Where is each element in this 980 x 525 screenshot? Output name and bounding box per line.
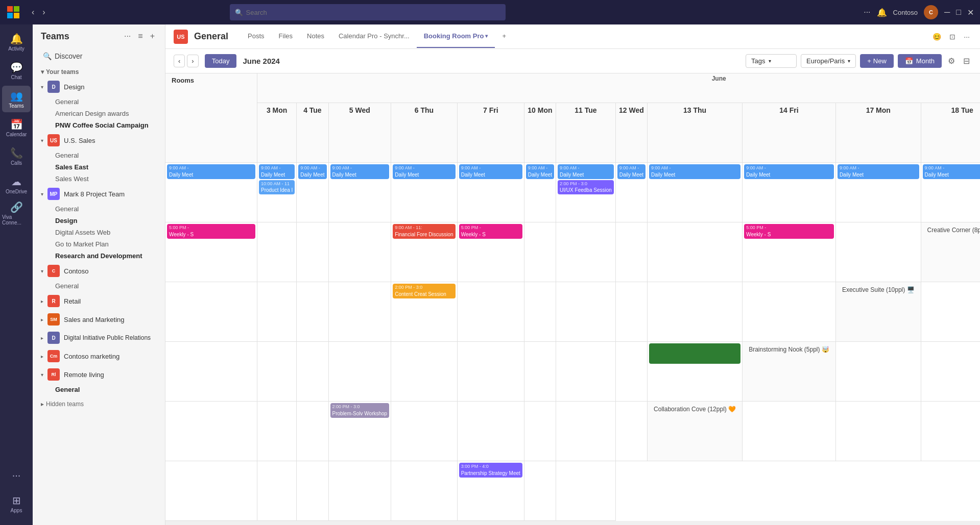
rail-item-teams[interactable]: 👥 Teams (2, 86, 31, 112)
team-item-us-sales[interactable]: ▾ US U.S. Sales (33, 131, 165, 149)
sidebar-title: Teams (41, 31, 69, 42)
channel-design-general[interactable]: General (33, 96, 165, 108)
rail-item-onedrive[interactable]: ☁ OneDrive (2, 171, 31, 198)
tab-notes[interactable]: Notes (300, 25, 331, 48)
team-item-digital[interactable]: ▸ D Digital Initiative Public Relations (33, 329, 165, 347)
event-weekly-s-18[interactable]: 5:00 PM - Weekly - S (744, 224, 834, 239)
rail-bottom: ··· ⊞ Apps (2, 462, 31, 521)
rail-item-viva[interactable]: 🔗 Viva Conne... (2, 200, 31, 227)
tab-calendar-pro[interactable]: Calendar Pro - Synchr... (331, 25, 417, 48)
team-item-design[interactable]: ▾ D Design (33, 78, 165, 96)
event-daily-meet-18[interactable]: 9:00 AM - Daily Meet (838, 164, 919, 179)
channel-remote-general[interactable]: General (33, 384, 165, 395)
window-maximize-icon[interactable]: □ (956, 8, 961, 17)
tab-add[interactable]: + (495, 25, 513, 48)
rail-item-calendar[interactable]: 📅 Calendar (2, 114, 31, 141)
new-btn[interactable]: + New (860, 54, 894, 68)
col-header-7: 7 Fri (458, 103, 524, 163)
event-daily-meet-5[interactable]: 9:00 AM - Daily Meet (298, 164, 326, 179)
event-daily-meet-6[interactable]: 9:00 AM - Daily Meet (330, 164, 390, 179)
sidebar-more-btn[interactable]: ··· (122, 31, 133, 42)
team-expand-sales-marketing: ▸ (41, 317, 43, 322)
team-item-contoso-marketing[interactable]: ▸ Cm Contoso marketing (33, 347, 165, 365)
window-minimize-icon[interactable]: ─ (944, 8, 950, 17)
toolbar-prev-btn[interactable]: ‹ (174, 55, 185, 67)
nav-forward-btn[interactable]: › (39, 7, 48, 18)
col-header-11: 11 Tue (556, 103, 616, 163)
event-product-idea[interactable]: 10:00 AM - 11 Product Idea I (259, 180, 295, 195)
event-daily-meet-4[interactable]: 9:00 AM - Daily Meet (259, 164, 295, 179)
search-input[interactable] (246, 9, 500, 16)
team-item-mark8[interactable]: ▾ MP Mark 8 Project Team (33, 185, 165, 203)
channel-mark8-general[interactable]: General (33, 203, 165, 215)
event-financial-fore[interactable]: 9:00 AM - 11: Financial Fore Discussion (393, 224, 456, 239)
timezone-dropdown[interactable]: Europe/Paris ▾ (801, 54, 856, 68)
channel-ussales-general[interactable]: General (33, 149, 165, 161)
team-expand-mark8: ▾ (41, 191, 43, 197)
more-options-icon[interactable]: ··· (864, 8, 870, 17)
team-item-sales-marketing[interactable]: ▸ SM Sales and Marketing (33, 310, 165, 329)
rail-item-apps[interactable]: ⊞ Apps (2, 490, 31, 517)
header-expand-btn[interactable]: ⊡ (947, 31, 958, 43)
event-daily-meet-12[interactable]: 9:00 AM - Daily Meet (558, 164, 614, 179)
event-uiux-feedba[interactable]: 2:00 PM - 3:0 UI/UX Feedba Session (558, 180, 614, 195)
event-weekly-s-4[interactable]: 5:00 PM - Weekly - S (167, 224, 255, 239)
cell-executive-18 (616, 342, 648, 402)
month-btn-label: Month (916, 57, 935, 65)
rail-item-calls[interactable]: 📞 Calls (2, 143, 31, 169)
event-weekly-s-11[interactable]: 5:00 PM - Weekly - S (459, 224, 522, 239)
toolbar-next-btn[interactable]: › (187, 55, 198, 67)
cell-creative-14 (556, 282, 616, 342)
expand-view-btn[interactable]: ⊟ (961, 54, 972, 68)
channel-mark8-design[interactable]: Design (33, 215, 165, 227)
scrollbar[interactable] (165, 521, 980, 525)
your-teams-header[interactable]: ▾ Your teams (33, 66, 165, 78)
channel-contoso-general[interactable]: General (33, 280, 165, 292)
notification-icon[interactable]: 🔔 (877, 8, 887, 17)
event-quarterly-business-2[interactable] (649, 343, 740, 364)
event-daily-meet-3[interactable]: 9:00 AM - Daily Meet (167, 164, 255, 179)
event-daily-meet-17[interactable]: 9:00 AM - Daily Meet (744, 164, 834, 179)
rail-item-activity[interactable]: 🔔 Activity (2, 29, 31, 55)
month-btn[interactable]: 📅 Month (898, 54, 942, 68)
event-daily-meet-11[interactable]: 9:00 AM - Daily Meet (526, 164, 554, 179)
settings-btn[interactable]: ⚙ (946, 54, 957, 68)
nav-back-btn[interactable]: ‹ (29, 7, 37, 18)
channel-design-awards[interactable]: American Design awards (33, 108, 165, 119)
channel-mark8-digital[interactable]: Digital Assets Web (33, 227, 165, 238)
tab-booking-room-pro[interactable]: Booking Room Pro ▾ (417, 25, 495, 48)
viva-label: Viva Conne... (2, 214, 31, 226)
header-more-btn[interactable]: ··· (962, 31, 972, 43)
event-daily-meet-10[interactable]: 9:00 AM - Daily Meet (459, 164, 522, 179)
tab-posts[interactable]: Posts (241, 25, 272, 48)
channel-mark8-gomarket[interactable]: Go to Market Plan (33, 238, 165, 250)
team-expand-retail: ▸ (41, 298, 43, 304)
channel-ussales-east[interactable]: Sales East (33, 161, 165, 173)
team-item-remote-living[interactable]: ▾ Rl Remote living (33, 365, 165, 384)
hidden-teams[interactable]: ▸ Hidden teams (33, 397, 165, 411)
sidebar-filter-btn[interactable]: ≡ (136, 31, 145, 42)
team-item-contoso[interactable]: ▾ C Contoso (33, 262, 165, 280)
tab-files[interactable]: Files (272, 25, 300, 48)
cell-collab-5 (921, 402, 980, 461)
event-daily-meet-14[interactable]: 9:00 AM - Daily Meet (649, 164, 740, 179)
channel-mark8-rd[interactable]: Research and Development (33, 250, 165, 262)
tags-dropdown[interactable]: Tags ▾ (746, 54, 797, 68)
event-daily-meet-7[interactable]: 9:00 AM - Daily Meet (393, 164, 456, 179)
rail-item-chat[interactable]: 💬 Chat (2, 57, 31, 84)
sidebar-add-btn[interactable]: + (148, 31, 157, 42)
event-partnership-strategy[interactable]: 3:00 PM - 4:0 Partnership Strategy Meet (459, 463, 522, 478)
event-content-creat[interactable]: 2:00 PM - 3:0 Content Creat Session (393, 284, 456, 298)
header-emoji-btn[interactable]: 😊 (930, 31, 943, 43)
event-problem-solving[interactable]: 2:00 PM - 3:0 Problem-Solv Workshop (330, 403, 390, 418)
channel-design-pnw[interactable]: PNW Coffee Social Campaign (33, 119, 165, 131)
discover-section[interactable]: 🔍 Discover (35, 48, 163, 64)
window-close-icon[interactable]: ✕ (967, 8, 974, 17)
toolbar-today-btn[interactable]: Today (205, 54, 237, 68)
rail-item-more[interactable]: ··· (2, 462, 31, 488)
viva-icon: 🔗 (10, 201, 23, 213)
event-daily-meet-13[interactable]: 9:00 AM - Daily Meet (617, 164, 646, 179)
team-item-retail[interactable]: ▸ R Retail (33, 292, 165, 310)
channel-ussales-west[interactable]: Sales West (33, 173, 165, 185)
event-daily-meet-19[interactable]: 9:00 AM - Daily Meet (923, 164, 980, 179)
